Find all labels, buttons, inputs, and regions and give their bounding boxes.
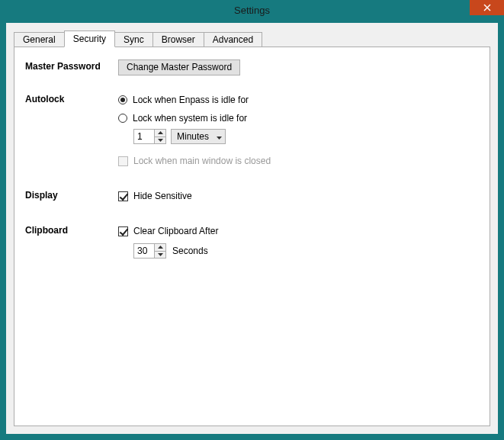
tab-advanced[interactable]: Advanced	[204, 32, 262, 47]
tab-general[interactable]: General	[14, 32, 65, 47]
row-master-password: Master Password Change Master Password	[25, 59, 479, 75]
chevron-down-icon	[217, 131, 222, 142]
spinner-down[interactable]	[155, 136, 165, 144]
checkbox-hide-sensitive-label: Hide Sensitive	[133, 191, 192, 201]
ctrl-clipboard: Clear Clipboard After	[118, 223, 479, 259]
radio-system-idle-label: Lock when system is idle for	[133, 113, 247, 124]
label-display: Display	[25, 188, 118, 201]
close-button[interactable]	[470, 0, 504, 15]
ctrl-master-password: Change Master Password	[118, 59, 479, 75]
tab-body-security: Master Password Change Master Password A…	[14, 47, 490, 426]
tab-panel: General Security Sync Browser Advanced M…	[14, 31, 490, 426]
autolock-duration-input[interactable]	[134, 130, 154, 143]
radio-app-idle[interactable]	[118, 95, 127, 104]
clipboard-seconds-input[interactable]	[134, 244, 154, 258]
radio-system-idle[interactable]	[118, 114, 127, 123]
row-autolock: Autolock Lock when Enpass is idle for Lo…	[25, 92, 479, 172]
client-area: General Security Sync Browser Advanced M…	[6, 23, 498, 434]
chevron-up-icon	[158, 131, 163, 134]
clipboard-seconds-spinner[interactable]	[133, 243, 166, 259]
close-icon	[483, 4, 491, 11]
svg-marker-3	[158, 139, 163, 142]
clipboard-seconds-controls: Seconds	[133, 243, 479, 259]
svg-marker-4	[217, 136, 222, 140]
check-line-hide-sensitive: Hide Sensitive	[118, 188, 479, 204]
spinner-down[interactable]	[155, 251, 165, 259]
window-title: Settings	[0, 0, 504, 21]
checkbox-clear-clipboard[interactable]	[118, 226, 128, 236]
chevron-up-icon	[158, 246, 163, 249]
ctrl-autolock: Lock when Enpass is idle for Lock when s…	[118, 92, 479, 172]
radio-line-system-idle: Lock when system is idle for	[118, 111, 479, 126]
check-line-clear-clipboard: Clear Clipboard After	[118, 223, 479, 239]
svg-marker-2	[158, 131, 163, 134]
radio-app-idle-label: Lock when Enpass is idle for	[133, 95, 249, 105]
label-autolock: Autolock	[25, 92, 118, 104]
autolock-duration-controls: Minutes	[133, 129, 479, 144]
clipboard-seconds-unit: Seconds	[172, 246, 208, 256]
checkbox-lock-on-close	[118, 156, 128, 166]
checkbox-clear-clipboard-label: Clear Clipboard After	[133, 226, 218, 236]
label-master-password: Master Password	[25, 59, 118, 72]
spinner-up[interactable]	[155, 130, 165, 136]
spinner-arrows	[154, 130, 165, 143]
row-display: Display Hide Sensitive	[25, 188, 479, 207]
autolock-unit-value: Minutes	[177, 131, 209, 142]
titlebar: Settings	[0, 0, 504, 21]
check-line-lock-on-close: Lock when main window is closed	[118, 153, 479, 169]
spinner-up[interactable]	[155, 244, 165, 251]
checkbox-hide-sensitive[interactable]	[118, 191, 128, 201]
autolock-duration-spinner[interactable]	[133, 129, 166, 144]
tab-security[interactable]: Security	[64, 31, 115, 47]
svg-marker-6	[158, 253, 163, 256]
radio-line-app-idle: Lock when Enpass is idle for	[118, 92, 479, 108]
checkbox-lock-on-close-label: Lock when main window is closed	[133, 156, 271, 166]
change-master-password-button[interactable]: Change Master Password	[118, 59, 240, 75]
row-clipboard: Clipboard Clear Clipboard After	[25, 223, 479, 259]
label-clipboard: Clipboard	[25, 223, 118, 236]
spinner-arrows	[154, 244, 165, 258]
tab-sync[interactable]: Sync	[114, 32, 153, 47]
svg-marker-5	[158, 246, 163, 249]
settings-window: Settings General Security Sync Browser A…	[0, 0, 504, 440]
autolock-unit-combo[interactable]: Minutes	[171, 129, 226, 144]
chevron-down-icon	[158, 139, 163, 142]
tab-browser[interactable]: Browser	[152, 32, 204, 47]
tabstrip: General Security Sync Browser Advanced	[14, 31, 490, 47]
ctrl-display: Hide Sensitive	[118, 188, 479, 207]
chevron-down-icon	[158, 253, 163, 256]
